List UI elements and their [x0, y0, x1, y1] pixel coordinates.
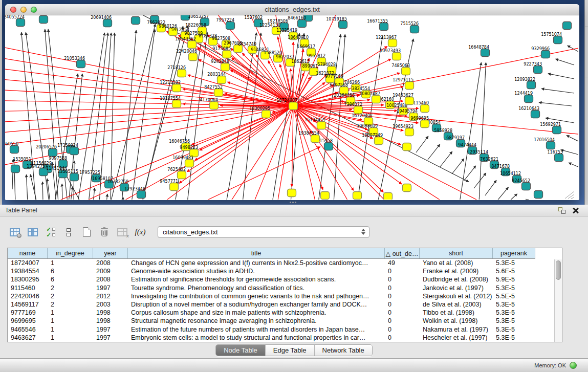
- table-vertical-scrollbar[interactable]: [554, 259, 562, 342]
- graph-node-selected[interactable]: [221, 63, 230, 71]
- column-header-in_degree[interactable]: in_degree: [48, 248, 93, 258]
- graph-node-selected[interactable]: [188, 41, 197, 49]
- graph-node[interactable]: [547, 142, 555, 149]
- edge[interactable]: [416, 136, 428, 152]
- network-view-window[interactable]: citations_edges.txt 24055724206914068813…: [5, 4, 579, 200]
- column-header-name[interactable]: name: [8, 248, 48, 258]
- close-window-button[interactable]: [10, 7, 16, 13]
- edge[interactable]: [26, 174, 28, 200]
- graph-node[interactable]: [534, 66, 542, 74]
- edge[interactable]: [452, 159, 464, 174]
- graph-node[interactable]: [527, 81, 536, 89]
- graph-node-selected[interactable]: [317, 122, 326, 129]
- edge[interactable]: [428, 144, 440, 160]
- selected-edge[interactable]: [107, 106, 293, 200]
- graph-node-selected[interactable]: [172, 100, 181, 108]
- graph-node[interactable]: [553, 126, 561, 134]
- graph-node-selected[interactable]: [393, 53, 401, 60]
- graph-node[interactable]: [531, 111, 540, 118]
- graph-node[interactable]: [481, 49, 490, 57]
- memory-status-indicator[interactable]: [570, 362, 577, 369]
- graph-node-selected[interactable]: [289, 102, 298, 110]
- graph-node-selected[interactable]: [189, 53, 198, 61]
- table-row[interactable]: 946362711997Embryonic stem cells: a mode…: [8, 334, 535, 342]
- edge[interactable]: [479, 62, 486, 200]
- graph-node-selected[interactable]: [210, 102, 219, 110]
- graph-node-selected[interactable]: [375, 137, 383, 145]
- column-header-out_de[interactable]: △ out_de…: [385, 248, 420, 258]
- graph-node[interactable]: [298, 20, 307, 28]
- graph-node[interactable]: [137, 191, 146, 199]
- canvas-resize-grip[interactable]: [571, 198, 574, 199]
- table-row[interactable]: 977716911998Corpus callosum shape and si…: [8, 309, 535, 317]
- graph-node[interactable]: [541, 51, 550, 58]
- float-panel-icon[interactable]: [558, 207, 565, 214]
- graph-node[interactable]: [410, 26, 419, 33]
- selected-edge[interactable]: [276, 106, 293, 200]
- graph-node-selected[interactable]: [372, 96, 381, 103]
- graph-node-selected[interactable]: [388, 39, 397, 47]
- graph-node[interactable]: [339, 21, 347, 29]
- zoom-window-button[interactable]: [31, 7, 37, 13]
- edge[interactable]: [106, 194, 107, 200]
- citation-network-graph[interactable]: 2405572420691406881305410653257795722415…: [5, 15, 578, 200]
- graph-node[interactable]: [70, 147, 79, 155]
- edge[interactable]: [12, 159, 13, 189]
- graph-node[interactable]: [132, 17, 140, 25]
- table-selector-dropdown[interactable]: citations_edges.txt: [158, 226, 369, 238]
- select-columns-button[interactable]: ✓ ✓: [44, 225, 57, 239]
- edge[interactable]: [508, 194, 517, 200]
- edge[interactable]: [123, 197, 123, 200]
- edge[interactable]: [561, 150, 578, 155]
- edge[interactable]: [440, 151, 452, 167]
- graph-node[interactable]: [522, 183, 531, 190]
- edge[interactable]: [47, 179, 50, 200]
- edge[interactable]: [556, 59, 574, 65]
- selected-edge[interactable]: [187, 106, 293, 172]
- graph-node-selected[interactable]: [178, 171, 186, 179]
- graph-node[interactable]: [525, 95, 533, 103]
- graph-node-selected[interactable]: [405, 82, 414, 90]
- edge[interactable]: [111, 24, 156, 200]
- create-table-button[interactable]: [80, 225, 93, 239]
- column-header-year[interactable]: year: [93, 248, 128, 258]
- right-panel-edge[interactable]: [584, 0, 588, 205]
- graph-node-selected[interactable]: [288, 189, 296, 197]
- graph-node-selected[interactable]: [311, 135, 320, 143]
- column-header-short[interactable]: short: [420, 248, 493, 258]
- graph-node[interactable]: [10, 146, 19, 154]
- graph-node[interactable]: [563, 22, 572, 30]
- table-row[interactable]: 969969511998Structural magnetic resonanc…: [8, 317, 535, 325]
- table-row[interactable]: 1456911722003Disruption of a novel membe…: [8, 300, 535, 309]
- tab-network-table[interactable]: Network Table: [315, 345, 372, 356]
- graph-node-selected[interactable]: [421, 105, 429, 113]
- graph-node-selected[interactable]: [170, 183, 179, 191]
- selected-edge[interactable]: [200, 147, 320, 200]
- scrollbar-thumb[interactable]: [556, 260, 561, 280]
- edge[interactable]: [569, 163, 578, 167]
- delete-table-button[interactable]: [98, 225, 111, 239]
- graph-node[interactable]: [324, 143, 333, 150]
- graph-node[interactable]: [49, 149, 57, 157]
- graph-node-selected[interactable]: [214, 89, 223, 97]
- selected-edge[interactable]: [200, 106, 293, 150]
- graph-node[interactable]: [16, 19, 25, 27]
- graph-node[interactable]: [77, 60, 85, 68]
- table-row[interactable]: 946554611997Estimation of the future num…: [8, 325, 535, 334]
- edge[interactable]: [496, 187, 509, 200]
- function-builder-button[interactable]: f(x): [134, 225, 147, 239]
- graph-node-selected[interactable]: [405, 97, 414, 105]
- tab-edge-table[interactable]: Edge Table: [266, 345, 315, 356]
- graph-node[interactable]: [534, 191, 543, 199]
- graph-node-selected[interactable]: [172, 84, 181, 92]
- graph-node-selected[interactable]: [178, 70, 186, 77]
- graph-node-selected[interactable]: [384, 193, 393, 200]
- graph-node-selected[interactable]: [321, 192, 330, 200]
- edge[interactable]: [567, 135, 578, 142]
- selected-edge[interactable]: [195, 106, 293, 160]
- tab-node-table[interactable]: Node Table: [216, 345, 266, 356]
- graph-node[interactable]: [11, 165, 20, 173]
- graph-node-selected[interactable]: [353, 192, 362, 200]
- minimize-window-button[interactable]: [20, 7, 27, 13]
- column-header-pagerank[interactable]: pagerank: [493, 248, 535, 258]
